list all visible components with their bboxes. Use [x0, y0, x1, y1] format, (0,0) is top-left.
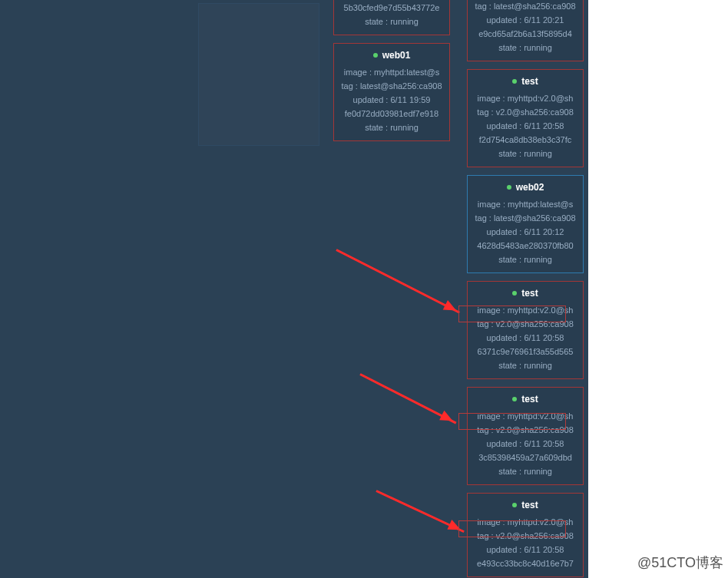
status-dot-icon — [512, 503, 517, 507]
updated-line: updated : 6/11 20:58 — [469, 543, 581, 557]
image-line: image : myhttpd:v2.0@sh — [469, 91, 581, 105]
hash-line: e493cc33bc8c40d16e7b7 — [469, 557, 581, 570]
hash-line: fe0d72dd03981edf7e918 — [336, 107, 448, 121]
state-line: state : running — [469, 358, 581, 372]
image-line: image : myhttpd:latest@s — [469, 197, 581, 211]
updated-line: updated : 6/11 20:12 — [469, 225, 581, 239]
watermark: @51CTO博客 — [637, 553, 723, 572]
card-title: test — [469, 394, 581, 405]
status-dot-icon — [507, 185, 511, 190]
updated-line: updated : 6/11 19:59 — [336, 93, 448, 107]
hash-line: 4628d5483ae280370fb80 — [469, 239, 581, 253]
hash-line: 5b30cfed9e7d55b43772e — [336, 1, 448, 15]
status-dot-icon — [512, 291, 517, 296]
column-mid: 5b30cfed9e7d55b43772e state : running we… — [333, 0, 450, 149]
tag-line: tag : latest@sha256:ca908 — [469, 211, 581, 225]
hash-line: 6371c9e76961f3a55d565 — [469, 345, 581, 358]
arrow-icon — [376, 490, 464, 533]
hash-line: f2d754ca8db38eb3c37fc — [469, 133, 581, 147]
hash-line: e9cd65af2b6a13f5895d4 — [469, 27, 581, 41]
highlight-rect — [458, 306, 566, 322]
image-line: image : myhttpd:latest@s — [336, 65, 448, 79]
updated-line: updated : 6/11 20:58 — [469, 331, 581, 345]
card-title: test — [469, 500, 581, 510]
updated-line: updated : 6/11 20:58 — [469, 119, 581, 133]
status-dot-icon — [512, 79, 517, 84]
hash-line: 3c85398459a27a609dbd — [469, 451, 581, 464]
tag-line: tag : v2.0@sha256:ca908 — [469, 105, 581, 119]
container-card-web01[interactable]: web01 image : myhttpd:latest@s tag : lat… — [333, 43, 450, 141]
state-line: state : running — [469, 41, 581, 54]
tag-line: tag : latest@sha256:ca908 — [469, 0, 581, 13]
status-dot-icon — [512, 397, 517, 401]
container-card[interactable]: 5b30cfed9e7d55b43772e state : running — [333, 0, 450, 35]
highlight-rect — [458, 520, 566, 537]
card-title: test — [469, 76, 581, 87]
container-card[interactable]: tag : latest@sha256:ca908 updated : 6/11… — [467, 0, 584, 61]
card-title: web02 — [469, 182, 581, 193]
status-dot-icon — [373, 53, 378, 58]
state-line: state : running — [336, 15, 448, 28]
tag-line: tag : latest@sha256:ca908 — [336, 79, 448, 93]
empty-panel — [198, 3, 319, 146]
column-right: tag : latest@sha256:ca908 updated : 6/11… — [467, 0, 584, 578]
arrow-icon — [359, 373, 456, 424]
arrow-icon — [336, 249, 460, 313]
card-title: web01 — [336, 50, 448, 61]
container-card-test[interactable]: test image : myhttpd:v2.0@sh tag : v2.0@… — [467, 69, 584, 167]
updated-line: updated : 6/11 20:58 — [469, 437, 581, 451]
state-line: state : running — [469, 253, 581, 266]
updated-line: updated : 6/11 20:21 — [469, 13, 581, 27]
container-card-test[interactable]: test image : myhttpd:v2.0@sh tag : v2.0@… — [467, 281, 584, 379]
container-card-test[interactable]: test image : myhttpd:v2.0@sh tag : v2.0@… — [467, 387, 584, 485]
state-line: state : running — [469, 464, 581, 478]
state-line: state : running — [469, 147, 581, 160]
state-line: state : running — [336, 121, 448, 134]
highlight-rect — [458, 413, 566, 430]
container-card-web02[interactable]: web02 image : myhttpd:latest@s tag : lat… — [467, 175, 584, 273]
card-title: test — [469, 288, 581, 299]
